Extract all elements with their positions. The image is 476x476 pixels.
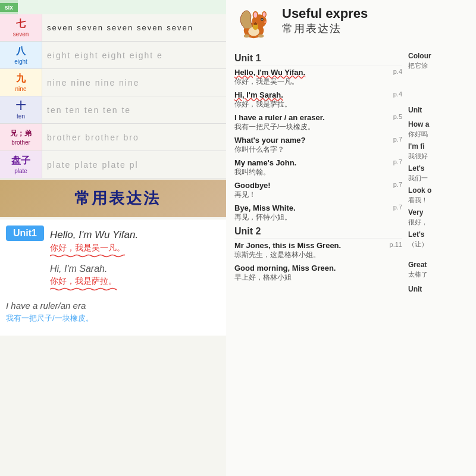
expr-bye-miss-white-en: Bye, Miss White. — [234, 203, 402, 212]
lets2-cn: （让） — [408, 240, 468, 249]
expr-good-morning: Good morning, Miss Green. 早上好，格林小姐 — [234, 264, 402, 283]
colour-label: Colour — [408, 52, 468, 60]
im-fine-label: I'm fi — [408, 142, 468, 151]
changyong-banner: 常用表达法 — [0, 180, 235, 217]
expr-my-name-john-cn: 我叫约翰。 — [234, 167, 402, 177]
very-label: Very — [408, 208, 468, 217]
phrase-block-3: I have a ruler/an era 我有一把尺子/一块橡皮。 — [6, 300, 229, 324]
useful-cn-title: 常用表达法 — [282, 21, 468, 36]
eight-english: eight — [14, 58, 27, 65]
phrase2-chinese: 你好，我是萨拉。 — [50, 276, 117, 287]
phrase1-english: Hello, I'm Wu Yifan. — [50, 229, 229, 241]
right-title-block: Useful expres 常用表达法 — [282, 6, 468, 36]
vocab-row-brother: 兄；弟 brother brother brother bro — [0, 124, 235, 151]
expr-hi-sarah: p.4 Hi, I'm Sarah. 你好，我是萨拉。 — [234, 90, 402, 109]
expr-goodbye-cn: 再见！ — [234, 190, 402, 200]
unit-right-label: Unit — [408, 106, 468, 114]
expr-whats-name-cn: 你叫什么名字？ — [234, 145, 402, 155]
svg-point-11 — [258, 35, 264, 38]
useful-express-title: Useful expres — [282, 6, 468, 21]
expr-my-name-john-en: My name's John. — [234, 158, 402, 167]
wavy-underline-2 — [50, 287, 117, 291]
vocab-label-eight: 八 eight — [0, 42, 42, 68]
unit-section: Unit1 Hello, I'm Wu Yifan. 你好，我是吴一凡。 Hi,… — [0, 220, 235, 336]
nine-chinese: 九 — [16, 73, 26, 85]
expr-hello-wu: p.4 Hello, I'm Wu Yifan. 你好，我是吴一凡。 — [234, 68, 402, 87]
phrase1-chinese: 你好，我是吴一凡。 — [50, 243, 125, 253]
expr-have-ruler: p.5 I have a ruler / an eraser. 我有一把尺子/一… — [234, 113, 402, 132]
phrase-block-2: Hi, I'm Sarah. 你好，我是萨拉。 — [50, 264, 229, 291]
lets-label: Let's — [408, 164, 468, 173]
right-sidebar-col: Colour 把它涂 Unit How a 你好吗 I'm fi 我很好 Let… — [408, 49, 468, 295]
expr-goodbye-en: Goodbye! — [234, 181, 402, 190]
expr-have-ruler-en: I have a ruler / an eraser. — [234, 113, 402, 122]
ten-chinese: 十 — [16, 100, 26, 112]
expr-hi-sarah-page: p.4 — [393, 90, 402, 98]
seven-lines: seven seven seven seven seven — [42, 14, 228, 41]
vocab-label-plate: 盘子 plate — [0, 151, 42, 178]
im-fine-cn: 我很好 — [408, 152, 468, 161]
expr-bye-miss-white-cn: 再见，怀特小姐。 — [234, 212, 402, 223]
vocab-label-ten: 十 ten — [0, 96, 42, 123]
unit-label: Unit1 — [6, 226, 44, 241]
expr-have-ruler-page: p.5 — [393, 113, 402, 120]
expr-mr-jones-en: Mr Jones, this is Miss Green. — [234, 241, 402, 250]
plate-english: plate — [14, 168, 27, 174]
expr-goodbye-page: p.7 — [393, 181, 402, 188]
expr-good-morning-en: Good morning, Miss Green. — [234, 264, 402, 273]
expr-whats-name-page: p.7 — [393, 136, 402, 143]
how-are-you-label: How a — [408, 120, 468, 129]
have-ruler-chinese: 我有一把尺子/一块橡皮。 — [6, 313, 229, 324]
right-content: Unit 1 p.4 Hello, I'm Wu Yifan. 你好，我是吴一凡… — [234, 49, 468, 295]
vocab-row-nine: 九 nine nine nine nine nine — [0, 69, 235, 96]
expr-have-ruler-cn: 我有一把尺子/一块橡皮。 — [234, 122, 402, 132]
six-top-label: six — [0, 3, 18, 12]
svg-point-5 — [263, 12, 266, 17]
svg-point-8 — [264, 21, 267, 23]
vocab-label-seven: 七 seven — [0, 14, 42, 41]
svg-point-7 — [262, 19, 263, 20]
expr-good-morning-cn: 早上好，格林小姐 — [234, 273, 402, 283]
have-ruler-english: I have a ruler/an era — [6, 300, 229, 311]
unit3-right-label: Unit — [408, 285, 468, 293]
plate-chinese: 盘子 — [11, 155, 30, 167]
phrase-block-1: Hello, I'm Wu Yifan. 你好，我是吴一凡。 — [50, 229, 229, 258]
plate-lines: plate plate plate pl — [42, 151, 235, 178]
right-page: Useful expres 常用表达法 Unit 1 p.4 Hello, I'… — [226, 0, 476, 476]
great-label: Great — [408, 261, 468, 269]
lets2-label: Let's — [408, 230, 468, 239]
very-cn: 很好， — [408, 218, 468, 227]
seven-english: seven — [13, 31, 29, 37]
expressions-column: Unit 1 p.4 Hello, I'm Wu Yifan. 你好，我是吴一凡… — [234, 49, 402, 295]
vocab-row-seven: 七 seven seven seven seven seven seven — [0, 14, 235, 42]
svg-rect-13 — [254, 23, 258, 25]
expr-mr-jones-page: p.11 — [390, 241, 402, 248]
wavy-underline-1 — [50, 254, 125, 258]
unit2-heading: Unit 2 — [234, 226, 402, 239]
colour-cn: 把它涂 — [408, 61, 468, 70]
expr-whats-name-en: What's your name? — [234, 136, 402, 145]
expr-mr-jones: p.11 Mr Jones, this is Miss Green. 琼斯先生，… — [234, 241, 402, 260]
squirrel-illustration — [234, 6, 276, 45]
expr-goodbye: p.7 Goodbye! 再见！ — [234, 181, 402, 200]
vocab-label-brother: 兄；弟 brother — [0, 124, 42, 151]
expr-bye-miss-white: p.7 Bye, Miss White. 再见，怀特小姐。 — [234, 203, 402, 223]
expr-hi-sarah-en: Hi, I'm Sarah. — [234, 90, 402, 99]
look-cn: 看我！ — [408, 196, 468, 205]
expr-hi-sarah-cn: 你好，我是萨拉。 — [234, 99, 402, 109]
ten-english: ten — [17, 113, 25, 120]
svg-point-3 — [254, 12, 258, 18]
phrase2-english: Hi, I'm Sarah. — [50, 264, 229, 274]
expr-hello-wu-en: Hello, I'm Wu Yifan. — [234, 68, 402, 77]
vocab-label-nine: 九 nine — [0, 69, 42, 96]
eight-lines: eight eight eight eight e — [42, 42, 235, 68]
changyong-title: 常用表达法 — [12, 188, 223, 209]
look-label: Look o — [408, 186, 468, 195]
unit1-heading: Unit 1 — [234, 53, 402, 65]
nine-lines: nine nine nine nine — [42, 69, 235, 96]
brother-english: brother — [11, 139, 30, 146]
six-lines — [18, 0, 235, 14]
ten-lines: ten ten ten ten te — [42, 96, 235, 123]
expr-my-name-john: p.7 My name's John. 我叫约翰。 — [234, 158, 402, 177]
left-page: six 七 seven seven seven seven seven seve… — [0, 0, 235, 476]
